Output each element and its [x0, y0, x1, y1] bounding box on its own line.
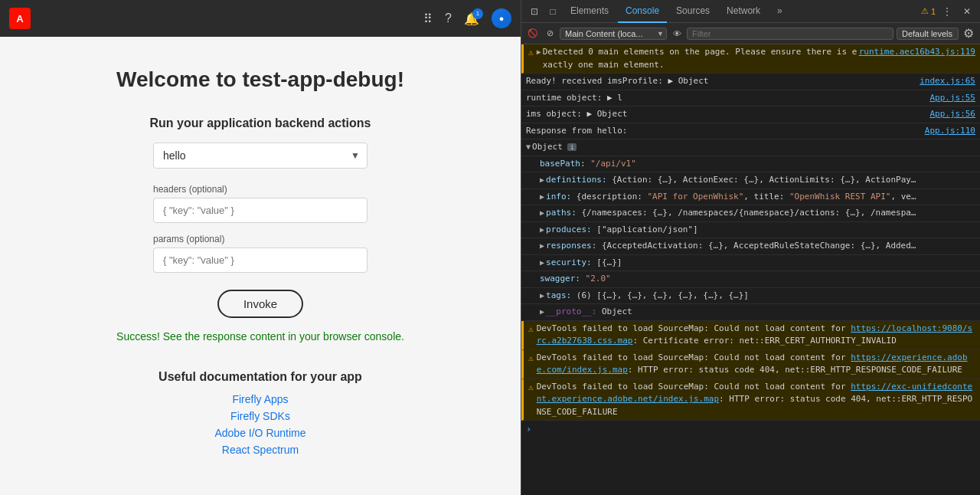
devtools-device-icon[interactable]: □ [544, 3, 561, 20]
console-entry: ⚠ ▶ Detected 0 main elements on the page… [521, 44, 980, 74]
entry-link[interactable]: App.js:110 [925, 125, 975, 138]
tab-elements[interactable]: Elements [563, 0, 616, 23]
context-selector[interactable]: Main Content (loca... [560, 28, 667, 40]
entry-row: Ready! received imsProfile: ▶ Object ind… [526, 75, 975, 88]
entry-text: paths: {/namespaces: {…}, /namespaces/{n… [546, 207, 975, 220]
caret-icon[interactable]: ▶ [540, 290, 544, 301]
warning-badge: ⚠ 1 [921, 6, 936, 16]
console-entry: ims object: ▶ Object App.js:56 [521, 107, 980, 123]
console-entry-warning: ⚠ DevTools failed to load SourceMap: Cou… [521, 379, 980, 421]
params-label: params (optional) [153, 234, 368, 244]
entry-text: info: {description: "API for OpenWhisk",… [546, 191, 975, 204]
devtools-topbar: ⊡ □ Elements Console Sources Network » ⚠… [521, 0, 980, 23]
console-filter-button[interactable]: ⊘ [543, 27, 557, 41]
entry-link[interactable]: App.js:55 [929, 92, 975, 105]
entry-text: Ready! received imsProfile: ▶ Object [526, 75, 920, 88]
docs-title: Useful documentation for your app [158, 370, 362, 384]
context-selector-wrapper: Main Content (loca... ▼ [560, 28, 667, 40]
entry-row: runtime object: ▶ l App.js:55 [526, 92, 975, 105]
entry-text: basePath: "/api/v1" [540, 158, 975, 171]
entry-text: ims object: ▶ Object [526, 108, 929, 121]
action-select[interactable]: hello [153, 143, 368, 169]
levels-wrapper: Default levels [897, 28, 959, 40]
entry-text: Object i [532, 141, 975, 154]
tab-sources[interactable]: Sources [668, 0, 717, 23]
tab-more[interactable]: » [769, 0, 790, 23]
entry-row: ims object: ▶ Object App.js:56 [526, 108, 975, 121]
console-entry-prop: ▶ __proto__: Object [521, 304, 980, 321]
warning-link[interactable]: https://localhost:9080/src.a2b27638.css.… [537, 323, 973, 346]
caret-icon[interactable]: ▶ [540, 174, 544, 185]
console-entry-prop: ▶ definitions: {Action: {…}, ActionExec:… [521, 172, 980, 189]
devtools-panel: ⊡ □ Elements Console Sources Network » ⚠… [521, 0, 980, 495]
console-prompt: › [521, 421, 980, 438]
doc-link[interactable]: Firefly Apps [158, 393, 362, 405]
console-entry-warning: ⚠ DevTools failed to load SourceMap: Cou… [521, 321, 980, 350]
console-entry: runtime object: ▶ l App.js:55 [521, 90, 980, 107]
console-entry: Ready! received imsProfile: ▶ Object ind… [521, 74, 980, 90]
entry-text: runtime object: ▶ l [526, 92, 929, 105]
caret-icon[interactable]: ▶ [540, 240, 544, 251]
devtools-pointer-icon[interactable]: ⊡ [526, 3, 543, 20]
caret-icon[interactable]: ▶ [540, 257, 544, 268]
caret-icon[interactable]: ▼ [526, 141, 531, 152]
tab-network[interactable]: Network [719, 0, 768, 23]
doc-link[interactable]: Firefly SDKs [158, 410, 362, 422]
entry-text: DevTools failed to load SourceMap: Could… [537, 381, 975, 419]
console-prompt-input[interactable] [536, 425, 975, 434]
console-entry-prop: ▶ tags: (6) [{…}, {…}, {…}, {…}, {…}, {…… [521, 288, 980, 305]
warning-link[interactable]: https://experience.adobe.com/index.js.ma… [537, 352, 968, 375]
app-logo: A [9, 8, 31, 29]
console-output[interactable]: ⚠ ▶ Detected 0 main elements on the page… [521, 44, 980, 495]
headers-input[interactable] [153, 198, 368, 223]
entry-link[interactable]: App.js:56 [929, 108, 975, 121]
headers-label: headers (optional) [153, 184, 368, 195]
console-entry-prop: basePath: "/api/v1" [521, 156, 980, 173]
warn-icon: ⚠ [528, 47, 534, 60]
entry-text: DevTools failed to load SourceMap: Could… [537, 352, 975, 377]
settings-icon[interactable]: ⚙ [962, 27, 975, 41]
caret-icon[interactable]: ▶ [540, 207, 544, 218]
entry-text: security: [{…}] [546, 257, 975, 270]
devtools-close-icon[interactable]: ✕ [959, 3, 975, 20]
caret-icon[interactable]: ▶ [540, 224, 544, 235]
grid-icon[interactable]: ⠿ [423, 11, 433, 26]
levels-selector[interactable]: Default levels [897, 28, 959, 40]
entry-text: tags: (6) [{…}, {…}, {…}, {…}, {…}, {…}] [546, 290, 975, 303]
doc-link[interactable]: Adobe I/O Runtime [158, 427, 362, 439]
console-entry-prop: ▶ paths: {/namespaces: {…}, /namespaces/… [521, 205, 980, 222]
doc-link[interactable]: React Spectrum [158, 444, 362, 456]
caret-icon[interactable]: ▶ [537, 46, 541, 57]
warn-icon: ⚠ [528, 323, 534, 336]
tab-console[interactable]: Console [618, 0, 667, 23]
console-clear-button[interactable]: 🚫 [526, 27, 540, 41]
backend-title: Run your application backend actions [150, 116, 371, 130]
headers-field-group: headers (optional) [153, 184, 368, 223]
entry-text: Detected 0 main elements on the page. Pl… [543, 46, 859, 71]
notification-icon[interactable]: 🔔 1 [464, 11, 479, 26]
entry-text: definitions: {Action: {…}, ActionExec: {… [546, 174, 975, 187]
success-message: Success! See the response content in you… [116, 330, 404, 343]
warn-icon: ⚠ [528, 382, 534, 395]
filter-input[interactable] [687, 28, 893, 40]
entry-link[interactable]: index.js:65 [920, 75, 975, 88]
eye-icon[interactable]: 👁 [670, 27, 684, 41]
devtools-menu-icon[interactable]: ⋮ [939, 3, 956, 20]
warning-count: 1 [931, 7, 936, 16]
entry-text: DevTools failed to load SourceMap: Could… [537, 323, 975, 348]
params-input[interactable] [153, 248, 368, 273]
top-bar: A ⠿ ? 🔔 1 ● [0, 0, 521, 37]
invoke-button[interactable]: Invoke [217, 290, 303, 318]
entry-link[interactable]: runtime.aec16b43.js:119 [859, 46, 975, 59]
caret-icon[interactable]: ▶ [540, 191, 544, 202]
caret-icon[interactable]: ▶ [540, 306, 544, 317]
doc-links-container: Firefly AppsFirefly SDKsAdobe I/O Runtim… [158, 393, 362, 456]
console-entry-prop: ▶ security: [{…}] [521, 255, 980, 272]
entry-text: swagger: "2.0" [540, 273, 975, 286]
console-entry-prop: ▶ responses: {AcceptedActivation: {…}, A… [521, 238, 980, 255]
warning-link[interactable]: https://exc-unifiedcontent.experience.ad… [537, 382, 973, 405]
help-icon[interactable]: ? [445, 11, 452, 25]
avatar[interactable]: ● [492, 8, 511, 28]
entry-row: Response from hello: App.js:110 [526, 125, 975, 138]
warning-icon: ⚠ [921, 6, 929, 16]
